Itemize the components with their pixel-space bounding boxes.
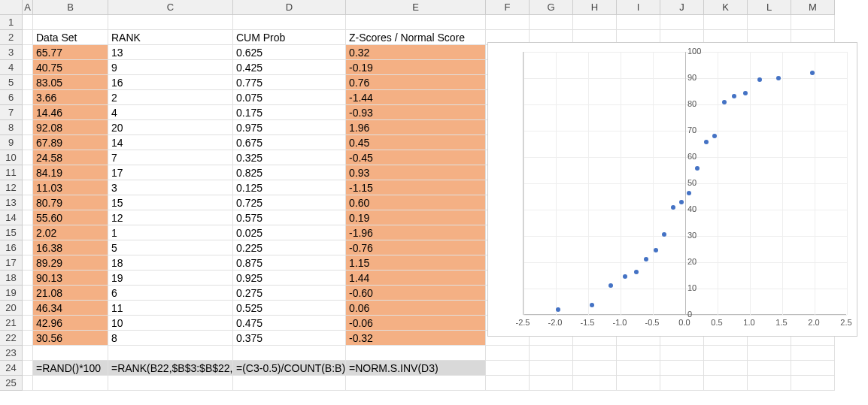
table-cell[interactable]: 16: [108, 75, 233, 90]
cell-M23[interactable]: [791, 346, 835, 361]
cell-E1[interactable]: [346, 15, 486, 30]
table-cell[interactable]: 24.58: [33, 150, 108, 165]
cell-B1[interactable]: [33, 15, 108, 30]
table-cell[interactable]: 0.025: [233, 225, 346, 240]
cell-H25[interactable]: [573, 376, 617, 391]
table-cell[interactable]: -1.15: [346, 180, 486, 195]
cell-M1[interactable]: [791, 15, 835, 30]
table-cell[interactable]: -1.44: [346, 90, 486, 105]
cell-A24[interactable]: [23, 361, 33, 376]
table-cell[interactable]: 0.725: [233, 195, 346, 210]
row-header-20[interactable]: 20: [0, 301, 23, 316]
table-cell[interactable]: 0.425: [233, 60, 346, 75]
table-cell[interactable]: 1: [108, 225, 233, 240]
cell-F23[interactable]: [486, 346, 530, 361]
table-cell[interactable]: 0.125: [233, 180, 346, 195]
cell-A2[interactable]: [23, 30, 33, 45]
row-header-7[interactable]: 7: [0, 105, 23, 120]
table-cell[interactable]: 11.03: [33, 180, 108, 195]
table-cell[interactable]: -0.45: [346, 150, 486, 165]
row-header-1[interactable]: 1: [0, 15, 23, 30]
cell-C1[interactable]: [108, 15, 233, 30]
select-all-corner[interactable]: [0, 0, 23, 15]
col-header-M[interactable]: M: [791, 0, 835, 15]
cell-L1[interactable]: [748, 15, 791, 30]
col-header-H[interactable]: H: [573, 0, 617, 15]
table-cell[interactable]: 0.76: [346, 75, 486, 90]
row-header-4[interactable]: 4: [0, 60, 23, 75]
table-cell[interactable]: 4: [108, 105, 233, 120]
table-cell[interactable]: 21.08: [33, 286, 108, 301]
cell-A7[interactable]: [23, 105, 33, 120]
cell-K25[interactable]: [704, 376, 748, 391]
table-cell[interactable]: 84.19: [33, 165, 108, 180]
table-cell[interactable]: 0.825: [233, 165, 346, 180]
cell-I23[interactable]: [617, 346, 660, 361]
row-header-19[interactable]: 19: [0, 286, 23, 301]
col-header-L[interactable]: L: [748, 0, 791, 15]
table-cell[interactable]: 18: [108, 255, 233, 271]
table-cell[interactable]: -1.96: [346, 225, 486, 240]
table-cell[interactable]: 67.89: [33, 135, 108, 150]
table-cell[interactable]: 0.975: [233, 120, 346, 135]
cell-B25[interactable]: [33, 376, 108, 391]
table-cell[interactable]: 0.875: [233, 255, 346, 271]
table-cell[interactable]: 13: [108, 45, 233, 60]
cell-A3[interactable]: [23, 45, 33, 60]
cell-C23[interactable]: [108, 346, 233, 361]
row-header-18[interactable]: 18: [0, 271, 23, 286]
row-header-5[interactable]: 5: [0, 75, 23, 90]
cell-I1[interactable]: [617, 15, 660, 30]
cell-G25[interactable]: [530, 376, 573, 391]
table-cell[interactable]: 1.96: [346, 120, 486, 135]
table-cell[interactable]: 3.66: [33, 90, 108, 105]
cell-A11[interactable]: [23, 165, 33, 180]
table-cell[interactable]: 30.56: [33, 331, 108, 346]
table-cell[interactable]: 0.45: [346, 135, 486, 150]
row-header-25[interactable]: 25: [0, 376, 23, 391]
cell-A23[interactable]: [23, 346, 33, 361]
table-cell[interactable]: 89.29: [33, 255, 108, 271]
row-header-16[interactable]: 16: [0, 240, 23, 255]
table-cell[interactable]: 10: [108, 316, 233, 331]
table-cell[interactable]: 0.625: [233, 45, 346, 60]
cell-A5[interactable]: [23, 75, 33, 90]
table-cell[interactable]: 80.79: [33, 195, 108, 210]
table-cell[interactable]: 0.375: [233, 331, 346, 346]
col-header-F[interactable]: F: [486, 0, 530, 15]
cell-K23[interactable]: [704, 346, 748, 361]
cell-K1[interactable]: [704, 15, 748, 30]
cell-H1[interactable]: [573, 15, 617, 30]
formula-cell-D[interactable]: =(C3-0.5)/COUNT(B:B): [233, 361, 346, 376]
cell-I25[interactable]: [617, 376, 660, 391]
table-cell[interactable]: 0.06: [346, 301, 486, 316]
table-cell[interactable]: 2.02: [33, 225, 108, 240]
cell-C25[interactable]: [108, 376, 233, 391]
table-cell[interactable]: 14.46: [33, 105, 108, 120]
table-cell[interactable]: 0.19: [346, 210, 486, 225]
table-cell[interactable]: 20: [108, 120, 233, 135]
table-cell[interactable]: 0.925: [233, 271, 346, 286]
column-label-B[interactable]: Data Set: [33, 30, 108, 45]
cell-A8[interactable]: [23, 120, 33, 135]
row-header-24[interactable]: 24: [0, 361, 23, 376]
cell-D1[interactable]: [233, 15, 346, 30]
col-header-K[interactable]: K: [704, 0, 748, 15]
cell-I24[interactable]: [617, 361, 660, 376]
cell-J24[interactable]: [660, 361, 704, 376]
column-label-D[interactable]: CUM Prob: [233, 30, 346, 45]
cell-J25[interactable]: [660, 376, 704, 391]
table-cell[interactable]: 9: [108, 60, 233, 75]
row-header-23[interactable]: 23: [0, 346, 23, 361]
row-header-22[interactable]: 22: [0, 331, 23, 346]
table-cell[interactable]: 2: [108, 90, 233, 105]
table-cell[interactable]: -0.60: [346, 286, 486, 301]
table-cell[interactable]: 92.08: [33, 120, 108, 135]
col-header-B[interactable]: B: [33, 0, 108, 15]
cell-D23[interactable]: [233, 346, 346, 361]
table-cell[interactable]: 46.34: [33, 301, 108, 316]
table-cell[interactable]: 0.275: [233, 286, 346, 301]
col-header-G[interactable]: G: [530, 0, 573, 15]
table-cell[interactable]: 42.96: [33, 316, 108, 331]
row-header-17[interactable]: 17: [0, 255, 23, 271]
